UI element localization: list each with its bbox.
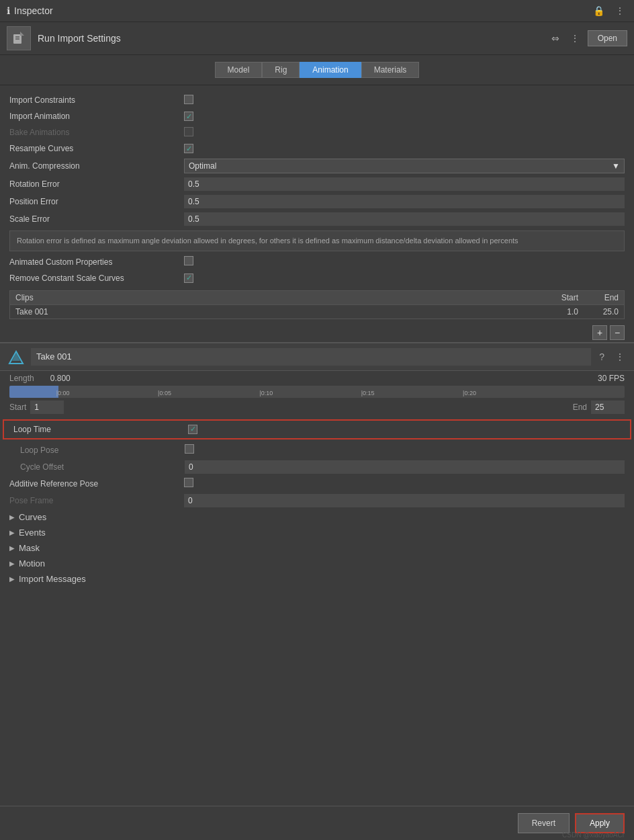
- remove-constant-label: Remove Constant Scale Curves: [9, 274, 184, 283]
- mask-label: Mask: [19, 543, 40, 553]
- additive-ref-pose-label: Additive Reference Pose: [9, 479, 184, 489]
- import-messages-arrow: ▶: [9, 575, 15, 583]
- error-info-text: Rotation error is defined as maximum ang…: [17, 237, 518, 245]
- clip-start: 1.0: [525, 307, 578, 317]
- end-input[interactable]: [591, 401, 625, 414]
- resample-curves-checkbox[interactable]: ✓: [184, 144, 193, 153]
- mask-section[interactable]: ▶ Mask: [0, 540, 634, 556]
- take-icon: [7, 347, 26, 366]
- events-label: Events: [19, 528, 46, 538]
- take-header: ? ⋮: [0, 342, 634, 371]
- start-end-row: Start End: [0, 398, 634, 417]
- tabs-row: Model Rig Animation Materials: [0, 55, 634, 85]
- clips-buttons: + −: [0, 323, 634, 342]
- pose-frame-input[interactable]: [184, 494, 625, 507]
- import-constraints-label: Import Constraints: [9, 95, 184, 105]
- bake-animations-value: [184, 127, 625, 138]
- loop-pose-row: Loop Pose: [0, 442, 634, 458]
- asset-menu-button[interactable]: ⋮: [568, 32, 582, 45]
- events-arrow: ▶: [9, 529, 15, 536]
- asset-info: Run Import Settings: [7, 26, 121, 50]
- clip-end: 25.0: [578, 307, 619, 317]
- cycle-offset-value: [185, 460, 625, 474]
- remove-constant-checkbox[interactable]: ✓: [184, 274, 193, 283]
- tick-4: |0:20: [418, 390, 520, 398]
- open-button[interactable]: Open: [588, 30, 627, 46]
- timeline-bar[interactable]: |0:00 |0:05 |0:10 |0:15 |0:20: [9, 386, 625, 398]
- length-label: Length: [9, 374, 34, 383]
- rotation-error-input[interactable]: [184, 177, 625, 191]
- start-input[interactable]: [30, 401, 64, 414]
- anim-compression-label: Anim. Compression: [9, 161, 184, 171]
- tab-animation[interactable]: Animation: [300, 62, 361, 78]
- tab-model[interactable]: Model: [215, 62, 263, 78]
- revert-button[interactable]: Revert: [518, 813, 570, 833]
- curves-label: Curves: [19, 512, 46, 522]
- motion-section[interactable]: ▶ Motion: [0, 556, 634, 571]
- bottom-toolbar: Revert Apply: [0, 806, 634, 840]
- length-value: 0.800: [50, 374, 71, 383]
- mask-arrow: ▶: [9, 544, 15, 552]
- bake-animations-label: Bake Animations: [9, 128, 184, 137]
- tick-1: |0:05: [114, 390, 215, 398]
- animated-custom-label: Animated Custom Properties: [9, 257, 184, 267]
- loop-time-row: Loop Time ✓: [3, 419, 631, 439]
- additive-ref-pose-value: [184, 478, 625, 489]
- loop-pose-label: Loop Pose: [20, 446, 185, 455]
- add-clip-button[interactable]: +: [592, 325, 607, 340]
- scale-error-label: Scale Error: [9, 214, 184, 224]
- asset-icon: [7, 26, 31, 50]
- cycle-offset-input[interactable]: [185, 460, 625, 474]
- tab-rig[interactable]: Rig: [262, 62, 300, 78]
- svg-marker-1: [20, 32, 24, 36]
- events-section[interactable]: ▶ Events: [0, 525, 634, 540]
- additive-ref-pose-checkbox[interactable]: [184, 478, 193, 487]
- apply-button[interactable]: Apply: [575, 813, 625, 833]
- anim-compression-dropdown[interactable]: Optimal ▼: [184, 159, 625, 173]
- asset-title: Run Import Settings: [38, 33, 121, 44]
- position-error-label: Position Error: [9, 197, 184, 206]
- curves-arrow: ▶: [9, 513, 15, 521]
- position-error-input[interactable]: [184, 195, 625, 208]
- import-constraints-checkbox[interactable]: [184, 95, 193, 104]
- take-help-button[interactable]: ?: [596, 350, 607, 364]
- import-messages-label: Import Messages: [19, 574, 86, 584]
- menu-button[interactable]: ⋮: [613, 4, 627, 17]
- inspector-header: ℹ Inspector 🔒 ⋮: [0, 0, 634, 22]
- fps-value: 30 FPS: [598, 374, 625, 383]
- tick-2: |0:10: [216, 390, 317, 398]
- tab-materials[interactable]: Materials: [361, 62, 420, 78]
- resample-curves-label: Resample Curves: [9, 144, 184, 153]
- remove-constant-value: ✓: [184, 273, 625, 283]
- position-error-value: [184, 195, 625, 208]
- import-animation-checkbox[interactable]: ✓: [184, 112, 193, 121]
- loop-time-checkbox[interactable]: ✓: [188, 424, 197, 434]
- rotation-error-label: Rotation Error: [9, 179, 184, 189]
- lock-button[interactable]: 🔒: [590, 4, 607, 17]
- info-icon: ℹ: [7, 5, 10, 16]
- rotation-error-value: [184, 177, 625, 191]
- expand-icon[interactable]: ⇔: [549, 32, 562, 45]
- take-name-input[interactable]: [31, 348, 591, 366]
- animated-custom-checkbox[interactable]: [184, 256, 193, 265]
- asset-row-icons: ⇔ ⋮ Open: [549, 30, 627, 46]
- pose-frame-label: Pose Frame: [9, 496, 184, 505]
- resample-curves-value: ✓: [184, 144, 625, 154]
- remove-clip-button[interactable]: −: [610, 325, 625, 340]
- motion-label: Motion: [19, 558, 45, 569]
- anim-compression-row: Anim. Compression Optimal ▼: [0, 157, 634, 175]
- asset-row: Run Import Settings ⇔ ⋮ Open: [0, 22, 634, 55]
- import-messages-section[interactable]: ▶ Import Messages: [0, 571, 634, 587]
- take-menu-button[interactable]: ⋮: [613, 350, 627, 364]
- loop-pose-checkbox[interactable]: [185, 444, 194, 454]
- additive-ref-pose-row: Additive Reference Pose: [0, 476, 634, 492]
- import-constraints-row: Import Constraints: [0, 92, 634, 108]
- scale-error-input[interactable]: [184, 212, 625, 226]
- motion-arrow: ▶: [9, 560, 15, 567]
- clips-section: Clips Start End Take 001 1.0 25.0: [9, 290, 625, 319]
- table-row[interactable]: Take 001 1.0 25.0: [10, 304, 624, 319]
- import-constraints-value: [184, 95, 625, 106]
- loop-time-cb[interactable]: ✓: [188, 425, 197, 434]
- clip-name: Take 001: [15, 307, 525, 317]
- curves-section[interactable]: ▶ Curves: [0, 509, 634, 525]
